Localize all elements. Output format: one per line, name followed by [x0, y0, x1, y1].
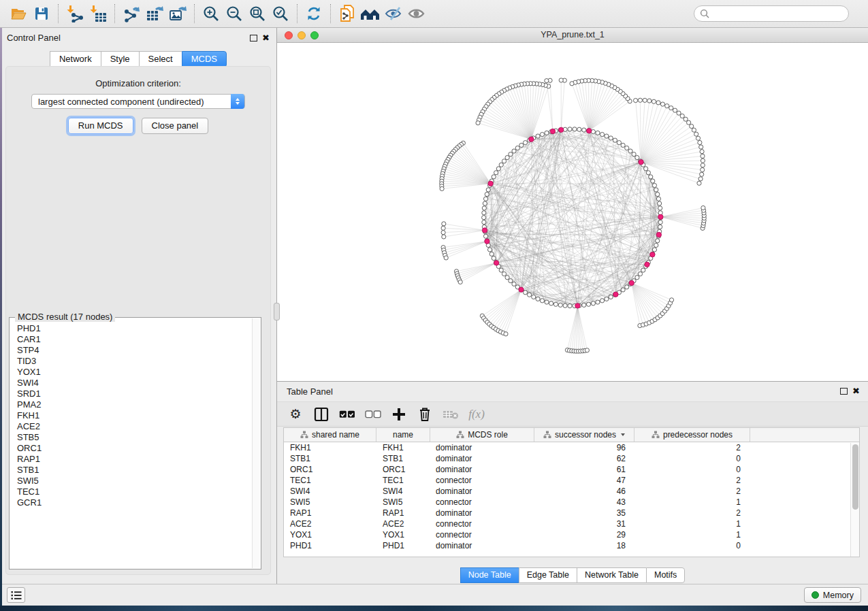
select-all-rows-icon: [339, 410, 355, 418]
table-row[interactable]: ORC1 ORC1 dominator 61 0: [284, 464, 859, 475]
mcds-result-item[interactable]: SRD1: [11, 389, 252, 399]
open-file-button[interactable]: [7, 3, 30, 24]
show-selected-button[interactable]: [405, 3, 428, 24]
search-input[interactable]: [713, 9, 843, 18]
duplicate-network-icon: [338, 4, 357, 23]
mcds-result-item[interactable]: CAR1: [11, 334, 252, 345]
table-row[interactable]: TEC1 TEC1 connector 47 2: [284, 475, 859, 486]
table-panel-tab[interactable]: Node Table: [460, 567, 519, 583]
mcds-result-item[interactable]: ACE2: [11, 421, 252, 432]
desktop-wallpaper-edge: [0, 28, 2, 606]
mcds-result-item[interactable]: RAP1: [11, 454, 252, 465]
zoom-out-icon: [225, 5, 243, 22]
optimization-criterion-label: Optimization criterion:: [6, 78, 270, 88]
table-panel-tab[interactable]: Edge Table: [519, 567, 577, 583]
run-mcds-button[interactable]: Run MCDS: [68, 118, 133, 134]
float-table-panel-icon[interactable]: [840, 388, 848, 395]
column-header[interactable]: name: [376, 428, 430, 442]
export-table-button[interactable]: [143, 3, 166, 24]
import-network-button[interactable]: [63, 3, 86, 24]
mcds-result-item[interactable]: TID3: [11, 356, 252, 367]
control-panel-title: Control Panel: [7, 33, 61, 43]
mcds-result-item[interactable]: FKH1: [11, 410, 252, 421]
search-field[interactable]: [694, 5, 849, 22]
memory-status-icon: [811, 591, 819, 599]
table-row[interactable]: PHD1 PHD1 dominator 18 0: [284, 540, 859, 551]
select-stepper-icon: [231, 94, 244, 109]
table-row[interactable]: YOX1 YOX1 connector 29 1: [284, 529, 859, 540]
table-row[interactable]: ACE2 ACE2 connector 31 1: [284, 518, 859, 529]
export-image-button[interactable]: [166, 3, 189, 24]
column-header[interactable]: successor nodes: [534, 428, 634, 442]
mcds-result-item[interactable]: SWI5: [11, 476, 252, 486]
control-panel-tab[interactable]: Network: [50, 51, 101, 67]
control-panel-tab[interactable]: Select: [139, 51, 182, 67]
deselect-all-rows-button[interactable]: [361, 404, 385, 425]
select-all-rows-button[interactable]: [336, 404, 359, 425]
mcds-list-scrollbar[interactable]: [252, 318, 260, 568]
zoom-fit-icon: [248, 5, 266, 22]
delete-columns-button[interactable]: [413, 404, 436, 425]
mcds-result-item[interactable]: GCR1: [11, 497, 252, 508]
node-table: shared name name MCDS role: [283, 427, 860, 557]
zoom-selected-button[interactable]: [269, 3, 292, 24]
table-scrollbar[interactable]: [850, 443, 859, 557]
network-canvas[interactable]: [277, 43, 868, 381]
column-header[interactable]: MCDS role: [430, 428, 534, 442]
column-settings-button[interactable]: ⚙: [284, 404, 307, 425]
attribute-hierarchy-icon: [543, 431, 551, 439]
desktop-wallpaper: [0, 606, 868, 611]
hide-selected-button[interactable]: [382, 3, 405, 24]
save-session-button[interactable]: [30, 3, 53, 24]
duplicate-network-button[interactable]: [336, 3, 359, 24]
table-row[interactable]: RAP1 RAP1 dominator 35 2: [284, 508, 859, 518]
zoom-in-button[interactable]: [199, 3, 223, 24]
mcds-result-item[interactable]: TEC1: [11, 486, 252, 497]
zoom-out-button[interactable]: [223, 3, 246, 24]
export-table-icon: [146, 5, 164, 22]
control-panel-tab[interactable]: Style: [101, 51, 139, 67]
panel-split-handle[interactable]: [274, 303, 280, 320]
close-table-panel-icon[interactable]: ✖: [852, 388, 860, 395]
zoom-fit-button[interactable]: [246, 3, 269, 24]
mcds-result-item[interactable]: YOX1: [11, 367, 252, 378]
table-panel-tab[interactable]: Network Table: [577, 567, 646, 583]
refresh-view-button[interactable]: [302, 3, 325, 24]
window-maximize-icon[interactable]: [310, 31, 319, 39]
delete-table-button[interactable]: [439, 404, 462, 425]
table-row[interactable]: STB1 STB1 dominator 62 0: [284, 453, 859, 464]
window-minimize-icon[interactable]: [298, 31, 306, 39]
table-panel-title: Table Panel: [287, 386, 333, 397]
task-history-button[interactable]: [7, 587, 25, 603]
import-table-button[interactable]: [86, 3, 110, 24]
memory-button[interactable]: Memory: [804, 587, 861, 603]
close-panel-button[interactable]: Close panel: [142, 118, 209, 134]
mcds-result-item[interactable]: PHD1: [11, 323, 252, 334]
close-panel-icon[interactable]: ✖: [262, 35, 270, 42]
export-network-button[interactable]: [120, 3, 143, 24]
window-close-icon[interactable]: [285, 31, 293, 39]
function-builder-button[interactable]: f(x): [465, 404, 488, 425]
float-panel-icon[interactable]: [250, 35, 257, 42]
show-all-button[interactable]: [359, 3, 382, 24]
mcds-result-item[interactable]: STP4: [11, 345, 252, 356]
memory-label: Memory: [823, 591, 854, 600]
mcds-result-item[interactable]: SWI4: [11, 378, 252, 389]
split-view-button[interactable]: [310, 404, 333, 425]
table-row[interactable]: SWI4 SWI4 dominator 46 2: [284, 486, 859, 497]
column-header[interactable]: predecessor nodes: [634, 428, 750, 442]
mcds-result-item[interactable]: PMA2: [11, 399, 252, 410]
mcds-result-item[interactable]: STB1: [11, 465, 252, 476]
criterion-select[interactable]: largest connected component (undirected): [31, 94, 245, 109]
network-window-titlebar: YPA_prune.txt_1: [277, 28, 868, 43]
export-network-icon: [123, 5, 140, 22]
table-panel-tab[interactable]: Motifs: [646, 567, 685, 583]
mcds-result-item[interactable]: STB5: [11, 432, 252, 443]
column-header[interactable]: shared name: [284, 428, 376, 442]
mcds-result-item[interactable]: ORC1: [11, 443, 252, 454]
table-scrollbar-thumb[interactable]: [852, 444, 858, 510]
add-column-button[interactable]: [387, 404, 411, 425]
table-row[interactable]: SWI5 SWI5 connector 43 1: [284, 497, 859, 508]
control-panel-tab[interactable]: MCDS: [182, 51, 227, 67]
table-row[interactable]: FKH1 FKH1 dominator 96 2: [284, 442, 859, 453]
